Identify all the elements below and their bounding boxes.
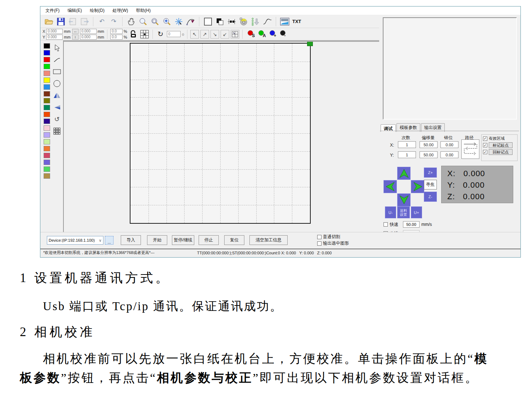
valid-area-checkbox[interactable]: ✓	[483, 137, 487, 141]
color-swatch[interactable]	[44, 173, 50, 179]
color-swatch[interactable]	[44, 125, 50, 131]
open-folder-icon[interactable]	[44, 17, 54, 26]
ref-point-add-button[interactable]: +	[270, 30, 276, 38]
x-count-input[interactable]	[398, 141, 416, 148]
zoom-in-icon[interactable]	[162, 17, 172, 26]
rectangle-tool-icon[interactable]	[53, 68, 61, 76]
color-swatch[interactable]	[44, 139, 50, 144]
curve-tool-icon[interactable]	[262, 17, 272, 26]
align-bottom-left-button[interactable]: ↙	[221, 30, 229, 39]
mark-start-button[interactable]: 标记起点	[489, 142, 513, 148]
device-select[interactable]: Device:(IP:192.168.1.100) ∨	[47, 236, 103, 245]
mirror-horizontal-icon[interactable]	[53, 92, 61, 99]
jog-left-button[interactable]	[384, 180, 397, 193]
color-swatch[interactable]	[44, 119, 50, 124]
anchor-grid-icon[interactable]	[140, 29, 150, 39]
color-swatch[interactable]	[44, 166, 50, 172]
align-center-button[interactable]	[231, 30, 239, 39]
align-bottom-right-button[interactable]: ↘	[210, 30, 219, 39]
color-swatch[interactable]	[44, 105, 50, 110]
reset-button[interactable]: 复位	[224, 235, 244, 245]
stop-button[interactable]: 停止	[199, 235, 219, 245]
rotate-tool-icon[interactable]: ↺	[53, 115, 61, 123]
u-minus-button[interactable]: U-	[385, 206, 396, 218]
redo-icon[interactable]: ↷	[109, 17, 119, 26]
color-swatch[interactable]	[44, 77, 50, 83]
drawing-canvas[interactable]	[63, 40, 379, 232]
jog-right-button[interactable]	[411, 180, 424, 193]
blank-square-icon[interactable]	[203, 17, 213, 26]
y-offset-input[interactable]	[420, 151, 438, 158]
feed-settings-button[interactable]: 送料设置	[397, 206, 410, 218]
align-top-right-button[interactable]: ↗	[200, 30, 209, 39]
z-minus-button[interactable]: Z-	[424, 192, 437, 202]
menu-help[interactable]: 帮助(H)	[136, 8, 151, 14]
color-swatch[interactable]	[44, 146, 50, 151]
zoom-drag-icon[interactable]	[138, 17, 148, 26]
z-plus-button[interactable]: Z+	[424, 168, 437, 178]
menu-file[interactable]: 文件(F)	[45, 8, 59, 14]
color-swatch[interactable]	[44, 98, 50, 103]
text-tool-button[interactable]: TXT	[292, 19, 301, 24]
bezier-icon[interactable]	[186, 17, 195, 26]
path-direction-selector[interactable]	[461, 139, 479, 159]
y-count-input[interactable]	[398, 151, 416, 158]
select-cursor-icon[interactable]	[53, 44, 61, 52]
array-copy-icon[interactable]	[53, 127, 61, 135]
mark-start-checkbox[interactable]: ✓	[483, 143, 487, 147]
ellipse-tool-icon[interactable]	[53, 80, 61, 88]
jog-up-button[interactable]	[397, 167, 411, 180]
menu-process[interactable]: 处理(W)	[112, 8, 128, 14]
color-swatch[interactable]	[44, 64, 50, 69]
back-mark-button[interactable]: 回标记点	[489, 149, 513, 155]
start-button[interactable]: 开始	[147, 235, 167, 245]
undo-icon[interactable]: ↶	[97, 17, 107, 26]
zoom-page-icon[interactable]	[150, 17, 160, 26]
output-order-icon[interactable]	[251, 17, 260, 26]
work-area[interactable]	[130, 43, 311, 224]
color-swatch[interactable]	[44, 57, 50, 62]
ref-point-s-button[interactable]: S	[248, 30, 255, 38]
combine-shapes-icon[interactable]	[215, 17, 225, 26]
width-percent-input[interactable]	[110, 29, 123, 34]
fast-checkbox[interactable]	[384, 222, 388, 227]
u-plus-button[interactable]: U+	[411, 206, 422, 218]
height-percent-input[interactable]	[110, 35, 123, 40]
y-coord-input[interactable]	[46, 35, 63, 40]
device-more-button[interactable]: ...	[105, 236, 114, 245]
height-resize-button[interactable]: ↕	[72, 35, 79, 40]
menu-edit[interactable]: 编辑(E)	[67, 8, 82, 14]
image-icon[interactable]	[280, 17, 289, 26]
pan-hand-icon[interactable]	[126, 17, 136, 26]
pause-resume-button[interactable]: 暂停/继续	[172, 235, 194, 245]
mirror-vertical-icon[interactable]	[53, 103, 61, 111]
focus-button[interactable]: 寻焦	[424, 180, 437, 189]
fast-speed-input[interactable]	[403, 221, 420, 228]
color-swatch[interactable]	[44, 50, 50, 55]
jog-down-button[interactable]	[397, 193, 411, 206]
align-top-left-button[interactable]: ↖	[190, 30, 199, 39]
height-input[interactable]	[80, 35, 97, 40]
color-swatch[interactable]	[44, 71, 50, 76]
simulate-icon[interactable]	[239, 17, 248, 26]
clear-info-button[interactable]: 清空加工信息	[249, 235, 288, 245]
width-resize-button[interactable]: ↔	[72, 29, 79, 34]
color-swatch[interactable]	[44, 112, 50, 117]
import-file-icon[interactable]	[68, 17, 77, 26]
x-coord-input[interactable]	[46, 29, 63, 34]
curve-draw-icon[interactable]	[53, 56, 61, 64]
back-mark-checkbox[interactable]: ✓	[483, 150, 487, 154]
output-selected-checkbox[interactable]	[317, 241, 322, 246]
save-icon[interactable]	[56, 17, 66, 26]
color-swatch[interactable]	[44, 153, 50, 158]
color-swatch[interactable]	[44, 132, 50, 138]
color-swatch[interactable]	[44, 91, 50, 97]
normal-cut-checkbox[interactable]	[317, 235, 322, 239]
x-offset-input[interactable]	[420, 141, 438, 148]
color-swatch[interactable]	[44, 160, 50, 165]
ref-point-a-button[interactable]: A	[258, 30, 266, 38]
x-stagger-input[interactable]	[440, 141, 458, 148]
color-swatch[interactable]	[44, 84, 50, 90]
aspect-lock-icon[interactable]	[129, 29, 138, 39]
ref-point-remove-button[interactable]: -	[280, 30, 286, 38]
